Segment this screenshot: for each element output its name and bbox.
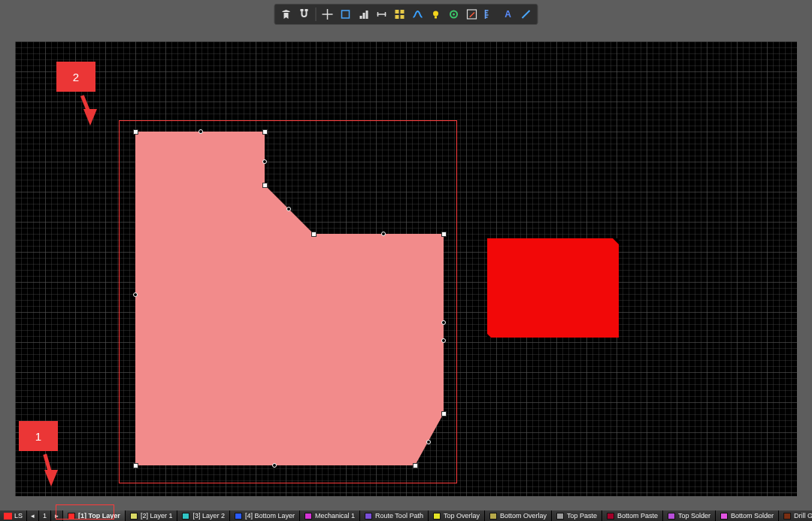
- layer-tab-label: Bottom Solder: [731, 512, 774, 519]
- swatch-icon: [783, 513, 791, 519]
- swatch-icon: [720, 513, 728, 519]
- vertex-handle[interactable]: [441, 232, 447, 237]
- edge-mid-handle[interactable]: [262, 159, 267, 164]
- swatch-icon: [304, 513, 312, 519]
- layer-tab-label: Drill Guide: [794, 512, 812, 519]
- layer-tab-label: Mechanical 1: [315, 512, 355, 519]
- vertex-handle[interactable]: [133, 129, 138, 135]
- edge-mid-handle[interactable]: [426, 440, 431, 444]
- layer-tab[interactable]: Route Tool Path: [360, 510, 429, 521]
- callout-label: 1: [35, 430, 41, 443]
- edge-mid-handle[interactable]: [272, 463, 277, 468]
- vertex-handle[interactable]: [441, 411, 447, 416]
- layer-tab[interactable]: Bottom Overlay: [485, 510, 552, 521]
- swatch-icon: [607, 513, 614, 519]
- arrow-icon: [44, 470, 58, 486]
- layer-tab[interactable]: Drill Guide: [779, 510, 812, 521]
- layer-tab-label: Route Tool Path: [375, 512, 423, 519]
- grid-tool-icon[interactable]: [392, 6, 408, 23]
- top-toolbar: A: [274, 4, 538, 25]
- layer-tab-label: Top Paste: [567, 512, 597, 519]
- layer-tab[interactable]: [4] Bottom Layer: [230, 510, 300, 521]
- layer-tab[interactable]: Top Overlay: [429, 510, 485, 521]
- layer-tab[interactable]: [2] Layer 1: [126, 510, 178, 521]
- vertex-handle[interactable]: [413, 463, 418, 468]
- swatch-icon: [130, 513, 138, 519]
- layer-tab[interactable]: Bottom Paste: [602, 510, 663, 521]
- layer-page-number[interactable]: 1: [39, 510, 51, 521]
- edge-mid-handle[interactable]: [198, 129, 203, 134]
- toolbar-separator: [316, 8, 317, 21]
- svg-marker-12: [135, 132, 444, 465]
- layer-tab-label: Bottom Paste: [617, 512, 658, 519]
- svg-rect-0: [301, 9, 304, 11]
- vertex-handle[interactable]: [311, 232, 317, 237]
- svg-point-9: [453, 14, 455, 16]
- svg-rect-2: [342, 11, 350, 18]
- ls-label: LS: [14, 512, 23, 519]
- svg-text:A: A: [504, 9, 511, 20]
- layer-nav-next[interactable]: ▸: [51, 510, 63, 521]
- vertex-handle[interactable]: [262, 183, 268, 188]
- swatch-icon: [68, 513, 75, 519]
- filter-tool-icon[interactable]: [278, 6, 295, 23]
- edge-mid-handle[interactable]: [286, 207, 291, 211]
- text-tool-icon[interactable]: A: [500, 6, 517, 23]
- region-tool-icon[interactable]: [338, 6, 354, 23]
- edge-mid-handle[interactable]: [441, 338, 446, 343]
- edit-tool-icon[interactable]: [464, 6, 480, 23]
- dimension-tool-icon[interactable]: [374, 6, 390, 23]
- edge-mid-handle[interactable]: [381, 232, 386, 236]
- snap-tool-icon[interactable]: [296, 6, 313, 23]
- arrow-icon: [83, 109, 97, 126]
- svg-rect-7: [435, 17, 437, 19]
- svg-rect-3: [360, 16, 362, 19]
- annotation-callout-1: 1: [19, 421, 58, 451]
- swatch-icon: [489, 513, 497, 519]
- svg-rect-4: [363, 13, 365, 19]
- layer-tab-label: Top Solder: [678, 512, 710, 519]
- edge-mid-handle[interactable]: [133, 292, 138, 297]
- light-tool-icon[interactable]: [428, 6, 444, 23]
- polygon-fill-shape[interactable]: [15, 41, 797, 496]
- layer-tab[interactable]: Mechanical 1: [300, 510, 360, 521]
- route-tool-icon[interactable]: [410, 6, 426, 23]
- align-tool-icon[interactable]: [356, 6, 372, 23]
- layer-tab-label: Bottom Overlay: [500, 512, 547, 519]
- layer-tab-label: [1] Top Layer: [78, 512, 120, 519]
- copper-region-shape[interactable]: [487, 238, 619, 338]
- layer-tab-label: [2] Layer 1: [141, 512, 173, 519]
- svg-rect-5: [366, 11, 368, 19]
- pcb-canvas[interactable]: [15, 41, 797, 496]
- layer-tabs-container: [1] Top Layer[2] Layer 1[3] Layer 2[4] B…: [63, 510, 812, 521]
- swatch-icon: [365, 513, 372, 519]
- layer-tab-label: Top Overlay: [444, 512, 480, 519]
- crosshair-tool-icon[interactable]: [320, 6, 336, 23]
- swatch-icon: [182, 513, 189, 519]
- callout-label: 2: [73, 71, 79, 83]
- swatch-icon: [556, 513, 564, 519]
- annotation-callout-2: 2: [56, 62, 95, 92]
- layer-tab-label: [3] Layer 2: [192, 512, 225, 519]
- layer-tab[interactable]: [1] Top Layer: [63, 510, 126, 521]
- measure-tool-icon[interactable]: [482, 6, 498, 23]
- swatch-icon: [235, 513, 242, 519]
- svg-point-6: [433, 11, 438, 17]
- svg-rect-1: [305, 9, 308, 11]
- layer-tabs-bar: LS ◂ 1 ▸ [1] Top Layer[2] Layer 1[3] Lay…: [0, 510, 812, 521]
- layer-tab[interactable]: Top Solder: [663, 510, 716, 521]
- layer-tab[interactable]: Top Paste: [552, 510, 602, 521]
- swatch-icon: [433, 513, 441, 519]
- layer-set-indicator[interactable]: LS: [0, 510, 27, 521]
- vertex-handle[interactable]: [133, 463, 138, 468]
- layer-tab-label: [4] Bottom Layer: [245, 512, 295, 519]
- swatch-icon: [4, 513, 12, 519]
- line-tool-icon[interactable]: [518, 6, 535, 23]
- via-tool-icon[interactable]: [446, 6, 462, 23]
- edge-mid-handle[interactable]: [441, 320, 446, 325]
- vertex-handle[interactable]: [262, 129, 268, 135]
- layer-tab[interactable]: Bottom Solder: [716, 510, 779, 521]
- layer-tab[interactable]: [3] Layer 2: [177, 510, 230, 521]
- swatch-icon: [668, 513, 675, 519]
- layer-nav-prev[interactable]: ◂: [27, 510, 39, 521]
